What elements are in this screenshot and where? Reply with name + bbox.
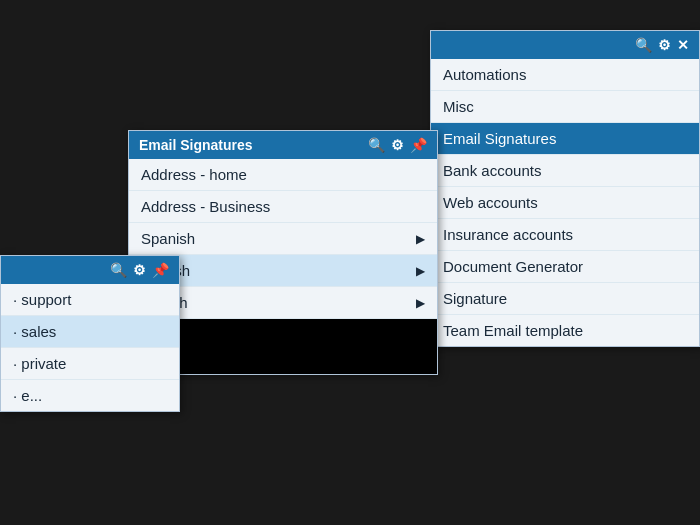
left-menu: 🔍 ⚙ 📌 · support · sales · private · e...: [0, 255, 180, 412]
menu-item-document-generator[interactable]: Document Generator: [431, 251, 699, 283]
email-sig-menu-header: Email Signatures 🔍 ⚙ 📌: [129, 131, 437, 159]
gear-icon-2[interactable]: ⚙: [391, 137, 404, 153]
main-menu-header: 🔍 ⚙ ✕: [431, 31, 699, 59]
left-menu-item-support[interactable]: · support: [1, 284, 179, 316]
main-menu: 🔍 ⚙ ✕ Automations Misc Email Signatures …: [430, 30, 700, 347]
left-menu-item-e[interactable]: · e...: [1, 380, 179, 411]
menu-item-email-signatures[interactable]: Email Signatures: [431, 123, 699, 155]
menu-item-address-business[interactable]: Address - Business: [129, 191, 437, 223]
menu-item-address-home[interactable]: Address - home: [129, 159, 437, 191]
gear-icon[interactable]: ⚙: [658, 37, 671, 53]
main-menu-header-icons: 🔍 ⚙ ✕: [635, 37, 689, 53]
menu-item-bank-accounts[interactable]: Bank accounts: [431, 155, 699, 187]
left-menu-item-sales[interactable]: · sales: [1, 316, 179, 348]
left-menu-header: 🔍 ⚙ 📌: [1, 256, 179, 284]
menu-item-spanish[interactable]: Spanish ▶: [129, 223, 437, 255]
pin-icon-2[interactable]: 📌: [152, 262, 169, 278]
search-icon-2[interactable]: 🔍: [368, 137, 385, 153]
menu-item-misc[interactable]: Misc: [431, 91, 699, 123]
search-icon[interactable]: 🔍: [635, 37, 652, 53]
email-sig-header-icons: 🔍 ⚙ 📌: [368, 137, 427, 153]
menu-item-insurance-accounts[interactable]: Insurance accounts: [431, 219, 699, 251]
menu-item-team-email[interactable]: Team Email template: [431, 315, 699, 346]
left-menu-item-private[interactable]: · private: [1, 348, 179, 380]
menu-item-signature[interactable]: Signature: [431, 283, 699, 315]
email-sig-title: Email Signatures: [139, 137, 253, 153]
menu-item-automations[interactable]: Automations: [431, 59, 699, 91]
menu-item-web-accounts[interactable]: Web accounts: [431, 187, 699, 219]
arrow-icon: ▶: [416, 232, 425, 246]
pin-icon[interactable]: 📌: [410, 137, 427, 153]
arrow-icon-2: ▶: [416, 264, 425, 278]
arrow-icon-3: ▶: [416, 296, 425, 310]
left-menu-header-icons: 🔍 ⚙ 📌: [110, 262, 169, 278]
search-icon-3[interactable]: 🔍: [110, 262, 127, 278]
gear-icon-3[interactable]: ⚙: [133, 262, 146, 278]
close-icon[interactable]: ✕: [677, 37, 689, 53]
